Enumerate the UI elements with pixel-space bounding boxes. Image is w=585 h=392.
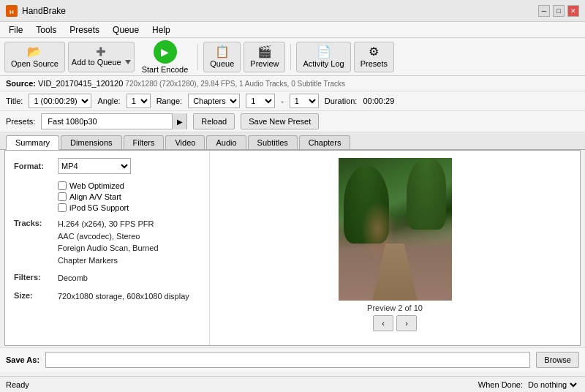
title-select[interactable]: 1 (00:00:29) <box>29 94 91 108</box>
main-content: Format: MP4 MKV Web Optimized Align A/V … <box>4 150 581 346</box>
angle-label: Angle: <box>97 97 120 105</box>
window-controls[interactable]: ─ □ ✕ <box>538 5 579 17</box>
web-optimized-label: Web Optimized <box>69 181 124 190</box>
filters-row: Filters: Decomb <box>14 272 200 284</box>
range-separator: - <box>281 97 284 105</box>
source-label: Source: <box>6 79 36 88</box>
play-icon: ▶ <box>154 40 177 64</box>
open-source-button[interactable]: 📂 Open Source <box>4 42 65 72</box>
open-source-label: Open Source <box>11 59 58 68</box>
menu-tools[interactable]: Tools <box>30 23 62 37</box>
track-line-4: Chapter Markers <box>58 255 159 267</box>
tab-audio[interactable]: Audio <box>206 135 246 149</box>
tab-subtitles[interactable]: Subtitles <box>248 135 298 149</box>
format-select[interactable]: MP4 MKV <box>58 158 131 174</box>
add-queue-inner: ➕ <box>96 47 106 56</box>
preset-selector[interactable]: Fast 1080p30 ▶ <box>41 113 187 129</box>
queue-button[interactable]: 📋 Queue <box>203 42 241 72</box>
menu-help[interactable]: Help <box>146 23 176 37</box>
status-text: Ready <box>6 380 29 389</box>
queue-label: Queue <box>210 59 234 68</box>
menubar: File Tools Presets Queue Help <box>0 22 585 38</box>
save-new-preset-button[interactable]: Save New Preset <box>241 113 319 129</box>
preview-tree-left <box>344 165 389 244</box>
align-av-checkbox[interactable] <box>58 192 67 201</box>
svg-text:H: H <box>10 9 14 15</box>
tracks-value: H.264 (x264), 30 FPS PFR AAC (avcodec), … <box>58 218 159 266</box>
track-line-3: Foreign Audio Scan, Burned <box>58 242 159 255</box>
titlebar: H HandBrake ─ □ ✕ <box>0 0 585 22</box>
activity-log-button[interactable]: 📄 Activity Log <box>296 42 350 72</box>
queue-icon: 📋 <box>215 46 230 58</box>
presets-icon: ⚙ <box>369 46 379 58</box>
add-queue-dropdown-arrow[interactable] <box>125 60 131 64</box>
web-optimized-row: Web Optimized <box>58 181 200 190</box>
tracks-label: Tracks: <box>14 218 58 266</box>
tab-video[interactable]: Video <box>165 135 205 149</box>
app-title: HandBrake <box>22 6 66 16</box>
title-label: Title: <box>6 97 23 105</box>
web-optimized-checkbox[interactable] <box>58 181 67 190</box>
tab-chapters[interactable]: Chapters <box>299 135 351 149</box>
status-bar: Ready When Done: Do nothing Shutdown Sle… <box>0 376 585 392</box>
summary-panel: Format: MP4 MKV Web Optimized Align A/V … <box>5 151 210 345</box>
preset-value: Fast 1080p30 <box>42 113 172 129</box>
presets-button[interactable]: ⚙ Presets <box>354 42 394 72</box>
preview-prev-button[interactable]: ‹ <box>373 315 393 331</box>
preview-image <box>339 158 452 301</box>
checkbox-group: Web Optimized Align A/V Start iPod 5G Su… <box>58 181 200 212</box>
minimize-button[interactable]: ─ <box>538 5 550 17</box>
maximize-button[interactable]: □ <box>553 5 565 17</box>
source-bar: Source: VID_20170415_120120 720x1280 (72… <box>0 76 585 91</box>
reload-button[interactable]: Reload <box>193 113 235 129</box>
add-queue-label-row: Add to Queue <box>72 58 131 67</box>
duration-label: Duration: <box>325 97 358 105</box>
close-button[interactable]: ✕ <box>567 5 579 17</box>
activity-log-icon: 📄 <box>317 46 331 58</box>
track-line-1: H.264 (x264), 30 FPS PFR <box>58 218 159 230</box>
start-encode-button[interactable]: ▶ Start Encode <box>137 38 193 76</box>
toolbar-separator-1 <box>197 44 198 70</box>
presets-label: Presets <box>361 59 388 68</box>
size-label: Size: <box>14 290 58 303</box>
add-queue-icon: ➕ <box>96 47 106 56</box>
open-source-icon: 📂 <box>27 46 42 58</box>
range-type-select[interactable]: Chapters <box>188 94 240 108</box>
angle-select[interactable]: 1 <box>127 94 151 108</box>
size-row: Size: 720x1080 storage, 608x1080 display <box>14 290 200 303</box>
tab-filters[interactable]: Filters <box>124 135 165 149</box>
toolbar: 📂 Open Source ➕ Add to Queue ▶ Start Enc… <box>0 38 585 76</box>
preview-next-button[interactable]: › <box>396 315 417 331</box>
filters-value: Decomb <box>58 272 88 284</box>
source-filename: VID_20170415_120120 <box>38 79 123 88</box>
save-as-input[interactable] <box>45 352 530 368</box>
tab-summary[interactable]: Summary <box>6 135 59 150</box>
ipod-support-checkbox[interactable] <box>58 203 67 212</box>
range-start-select[interactable]: 1 <box>246 94 275 108</box>
preview-label: Preview <box>250 59 279 68</box>
duration-value: 00:00:29 <box>363 97 394 105</box>
preview-button[interactable]: 🎬 Preview <box>244 42 285 72</box>
titlebar-left: H HandBrake <box>6 5 66 17</box>
tab-strip: Summary Dimensions Filters Video Audio S… <box>0 132 585 150</box>
menu-queue[interactable]: Queue <box>107 23 145 37</box>
preset-dropdown-btn[interactable]: ▶ <box>172 113 186 129</box>
tab-dimensions[interactable]: Dimensions <box>61 135 121 149</box>
menu-file[interactable]: File <box>3 23 29 37</box>
activity-log-label: Activity Log <box>303 59 344 68</box>
align-av-row: Align A/V Start <box>58 192 200 201</box>
preview-path <box>372 244 418 301</box>
browse-button[interactable]: Browse <box>536 352 579 368</box>
size-value: 720x1080 storage, 608x1080 display <box>58 290 189 303</box>
track-line-2: AAC (avcodec), Stereo <box>58 230 159 243</box>
add-to-queue-button[interactable]: ➕ Add to Queue <box>68 42 135 72</box>
range-end-select[interactable]: 1 <box>290 94 319 108</box>
preview-caption: Preview 2 of 10 <box>367 304 423 312</box>
preview-panel: Preview 2 of 10 ‹ › <box>210 151 580 345</box>
menu-presets[interactable]: Presets <box>64 23 105 37</box>
preview-tree-right <box>407 158 446 230</box>
preview-nav: ‹ › <box>373 315 417 331</box>
save-as-label: Save As: <box>6 355 39 364</box>
presets-row: Presets: Fast 1080p30 ▶ Reload Save New … <box>0 111 585 132</box>
when-done-select[interactable]: Do nothing Shutdown Sleep <box>525 380 579 390</box>
